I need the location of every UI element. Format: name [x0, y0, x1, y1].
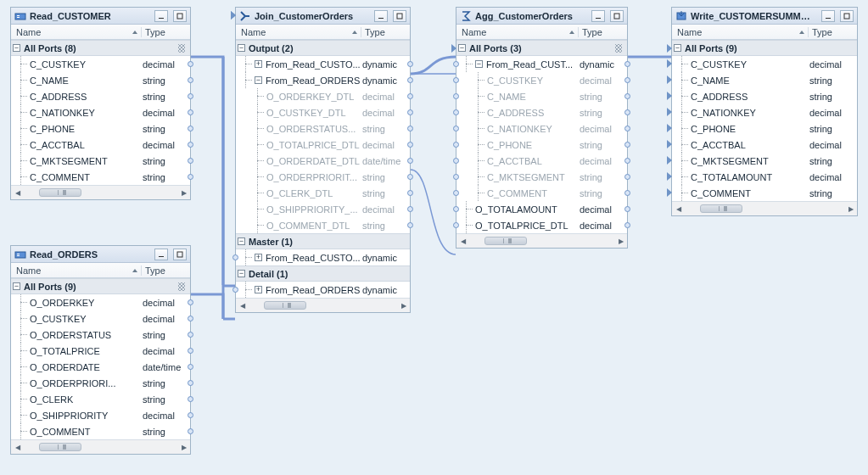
- port-out[interactable]: [624, 190, 630, 196]
- columns-header[interactable]: Name Type: [236, 25, 410, 40]
- field-row[interactable]: C_ACCTBALdecimal: [456, 153, 627, 169]
- maximize-button[interactable]: [840, 10, 854, 22]
- panel-read-customer[interactable]: Read_CUSTOMER Name Type − All Ports (8) …: [10, 7, 191, 200]
- expander-plus-icon[interactable]: +: [255, 60, 262, 68]
- port-out[interactable]: [188, 332, 193, 338]
- scroll-left-icon[interactable]: ◀: [236, 299, 249, 312]
- port-in[interactable]: [453, 174, 459, 180]
- port-out[interactable]: [624, 61, 630, 67]
- panel-read-orders[interactable]: Read_ORDERS Name Type − All Ports (9) O_…: [10, 245, 191, 455]
- port-in[interactable]: [453, 222, 459, 228]
- minimize-button[interactable]: [154, 249, 168, 260]
- arrow-in[interactable]: [667, 140, 672, 148]
- port-out[interactable]: [188, 364, 193, 370]
- field-row[interactable]: C_MKTSEGMENTstring: [672, 153, 857, 169]
- scroll-right-icon[interactable]: ▶: [177, 441, 190, 454]
- arrow-in[interactable]: [667, 59, 672, 68]
- field-row[interactable]: C_CUSTKEYdecimal: [11, 56, 190, 72]
- field-row[interactable]: + From_Read_CUSTO... dynamic: [236, 56, 410, 72]
- all-ports-section[interactable]: − All Ports (3): [456, 40, 627, 56]
- field-row[interactable]: C_PHONEstring: [672, 120, 857, 137]
- field-row[interactable]: O_ORDERKEYdecimal: [11, 294, 190, 310]
- port-out[interactable]: [188, 77, 193, 83]
- field-row[interactable]: O_SHIPPRIORITYdecimal: [11, 407, 190, 423]
- scroll-thumb[interactable]: [39, 188, 81, 197]
- port-out[interactable]: [407, 158, 413, 164]
- field-row[interactable]: O_ORDERSTATUS...string: [236, 120, 410, 137]
- field-row[interactable]: O_ORDERKEY_DTLdecimal: [236, 88, 410, 104]
- minimize-button[interactable]: [591, 10, 605, 22]
- arrow-in[interactable]: [667, 75, 672, 84]
- sort-icon[interactable]: [799, 31, 804, 34]
- port-out[interactable]: [407, 93, 413, 99]
- columns-header[interactable]: Name Type: [672, 25, 857, 40]
- maximize-button[interactable]: [610, 10, 624, 22]
- field-row[interactable]: C_NATIONKEYdecimal: [456, 120, 627, 137]
- field-row[interactable]: + From_Read_ORDERS dynamic: [236, 282, 410, 298]
- field-row[interactable]: + From_Read_CUSTO... dynamic: [236, 249, 410, 265]
- port-out[interactable]: [188, 61, 193, 67]
- port-out[interactable]: [188, 348, 193, 354]
- field-row[interactable]: O_ORDERSTATUSstring: [11, 327, 190, 343]
- field-row[interactable]: O_CUSTKEYdecimal: [11, 310, 190, 327]
- field-row[interactable]: C_PHONEstring: [456, 137, 627, 153]
- field-row[interactable]: C_ACCTBALdecimal: [672, 137, 857, 153]
- sort-icon[interactable]: [132, 269, 137, 272]
- expander-minus-icon[interactable]: −: [238, 270, 245, 277]
- port-in[interactable]: [232, 287, 238, 293]
- titlebar[interactable]: Agg_CustomerOrders: [456, 8, 627, 25]
- field-row[interactable]: O_TOTALPRICE_DTLdecimal: [236, 137, 410, 153]
- port-out[interactable]: [624, 126, 630, 131]
- grip-icon[interactable]: [178, 282, 185, 291]
- scrollbar[interactable]: ◀ ▶: [11, 439, 190, 454]
- port-in[interactable]: [453, 158, 459, 164]
- field-row[interactable]: C_MKTSEGMENTstring: [456, 169, 627, 185]
- field-row[interactable]: C_NAMEstring: [672, 72, 857, 88]
- expander-minus-icon[interactable]: −: [458, 44, 466, 52]
- detail-section[interactable]: − Detail (1): [236, 265, 410, 282]
- port-in[interactable]: [453, 206, 459, 212]
- field-row[interactable]: O_ORDERDATEdate/time: [11, 359, 190, 375]
- scroll-left-icon[interactable]: ◀: [672, 203, 685, 215]
- port-out[interactable]: [188, 158, 193, 164]
- arrow-in[interactable]: [667, 156, 672, 165]
- scrollbar[interactable]: ◀ ▶: [672, 201, 857, 215]
- field-row[interactable]: C_NATIONKEYdecimal: [672, 104, 857, 120]
- port-out[interactable]: [188, 299, 193, 305]
- expander-minus-icon[interactable]: −: [255, 76, 262, 84]
- scroll-thumb[interactable]: [264, 301, 306, 310]
- port-out[interactable]: [188, 412, 193, 418]
- columns-header[interactable]: Name Type: [11, 263, 190, 278]
- expander-minus-icon[interactable]: −: [238, 238, 245, 245]
- titlebar[interactable]: Read_CUSTOMER: [11, 8, 190, 25]
- arrow-in[interactable]: [667, 124, 672, 132]
- field-row[interactable]: O_TOTALPRICE_DTLdecimal: [456, 217, 627, 233]
- section-arrow-in[interactable]: [667, 44, 672, 53]
- port-out[interactable]: [624, 142, 630, 148]
- port-in[interactable]: [453, 109, 459, 115]
- maximize-button[interactable]: [173, 249, 187, 260]
- field-row[interactable]: C_PHONEstring: [11, 120, 190, 137]
- port-out[interactable]: [407, 77, 413, 83]
- col-type[interactable]: Type: [361, 27, 410, 37]
- field-row[interactable]: C_COMMENTstring: [672, 185, 857, 201]
- port-out[interactable]: [407, 222, 413, 228]
- port-out[interactable]: [188, 396, 193, 402]
- port-out[interactable]: [407, 126, 413, 131]
- expander-plus-icon[interactable]: +: [255, 254, 262, 261]
- expander-minus-icon[interactable]: −: [13, 282, 20, 290]
- field-row[interactable]: C_CUSTKEYdecimal: [456, 72, 627, 88]
- arrow-in[interactable]: [667, 188, 672, 197]
- port-in[interactable]: [453, 126, 459, 131]
- field-row[interactable]: O_CLERK_DTLstring: [236, 185, 410, 201]
- port-out[interactable]: [624, 93, 630, 99]
- scrollbar[interactable]: ◀ ▶: [456, 233, 627, 248]
- minimize-button[interactable]: [821, 10, 835, 22]
- output-section[interactable]: − Output (2): [236, 40, 410, 56]
- minimize-button[interactable]: [374, 10, 388, 22]
- grip-icon[interactable]: [178, 44, 185, 53]
- field-row[interactable]: C_NATIONKEYdecimal: [11, 104, 190, 120]
- port-in[interactable]: [453, 61, 459, 67]
- field-row[interactable]: C_COMMENTstring: [11, 169, 190, 185]
- port-out[interactable]: [188, 126, 193, 131]
